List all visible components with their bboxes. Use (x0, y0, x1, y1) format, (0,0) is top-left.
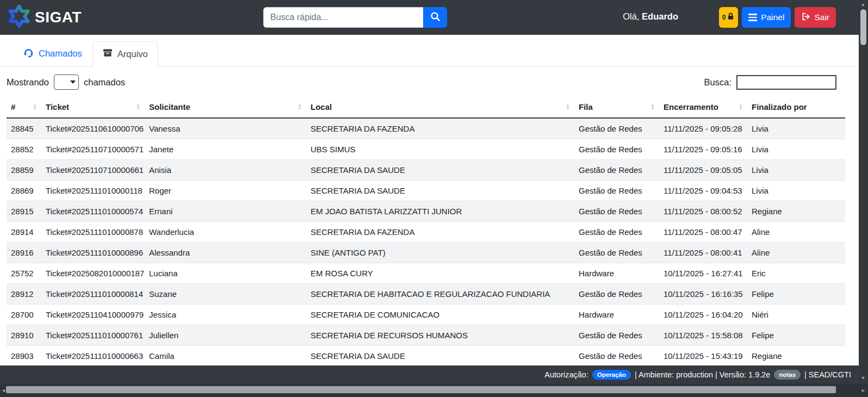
table-row[interactable]: 28700 Ticket#2025110410000979 Jessica SE… (7, 305, 845, 325)
column-header-fila[interactable]: Fila▲▼ (574, 96, 659, 118)
table-row[interactable]: 28914 Ticket#2025111010000878 Wanderluci… (7, 222, 845, 243)
vertical-scrollbar[interactable]: ▲ ▼ (859, 0, 868, 384)
page-size-control: Mostrando chamados (7, 75, 125, 90)
brand[interactable]: SIGAT (8, 5, 82, 30)
cell-fila: Hardware (574, 305, 659, 325)
cell-encerramento: 11/11/2025 - 08:00:52 (659, 201, 747, 222)
table-body: 28845 Ticket#2025110610000706 Vanessa SE… (7, 118, 845, 365)
tab-arquivo[interactable]: Arquivo (92, 41, 158, 67)
cell-ticket: Ticket#2025111010000118 (41, 181, 145, 201)
cell-encerramento: 10/11/2025 - 15:58:08 (659, 325, 747, 346)
cell-fila: Gestão de Redes (574, 118, 659, 139)
cell-ticket: Ticket#2025110410000979 (41, 305, 145, 325)
cell-fila: Gestão de Redes (574, 139, 659, 160)
table-row[interactable]: 28859 Ticket#2025110710000661 Anisia SEC… (7, 160, 845, 181)
cell-id: 28859 (7, 160, 41, 181)
vertical-scrollbar-thumb[interactable] (860, 9, 866, 45)
cell-fila: Gestão de Redes (574, 222, 659, 243)
cell-solicitante: Ernani (145, 201, 306, 222)
table-row[interactable]: 28915 Ticket#2025111010000574 Ernani EM … (7, 201, 845, 222)
cell-local: EM ROSA CURY (306, 263, 574, 284)
scroll-left-icon[interactable]: ◄ (1, 388, 6, 393)
sort-icon[interactable]: ▲▼ (136, 104, 140, 110)
cell-finalizado-por: Livia (747, 160, 845, 181)
table-row[interactable]: 25752 Ticket#2025082010000187 Luciana EM… (7, 263, 845, 284)
cell-solicitante: Juliellen (145, 325, 306, 346)
scroll-down-icon[interactable]: ▼ (861, 375, 866, 381)
sort-icon[interactable]: ▲▼ (650, 104, 655, 110)
scroll-up-icon[interactable]: ▲ (861, 2, 866, 7)
greeting-prefix: Olá, (623, 11, 642, 21)
table-row[interactable]: 28916 Ticket#2025111010000896 Alessandra… (7, 243, 845, 263)
table-row[interactable]: 28845 Ticket#2025110610000706 Vanessa SE… (7, 118, 845, 139)
cell-finalizado-por: Aline (747, 222, 845, 243)
cell-encerramento: 11/11/2025 - 09:05:05 (659, 160, 747, 181)
quick-search (263, 7, 447, 28)
column-header-ticket[interactable]: Ticket▲▼ (41, 96, 145, 118)
cell-finalizado-por: Livia (747, 181, 845, 201)
quick-search-input[interactable] (263, 7, 423, 28)
painel-button[interactable]: Painel (742, 7, 791, 28)
table-row[interactable]: 28852 Ticket#2025110710000571 Janete UBS… (7, 139, 845, 160)
cell-solicitante: Wanderlucia (145, 222, 306, 243)
notas-badge[interactable]: notas (774, 370, 801, 380)
table-row[interactable]: 28910 Ticket#2025111010000761 Juliellen … (7, 325, 845, 346)
cell-fila: Gestão de Redes (574, 346, 659, 366)
table-row[interactable]: 28912 Ticket#2025111010000814 Suzane SEC… (7, 284, 845, 305)
cell-local: SECRETARIA DA SAUDE (306, 181, 574, 201)
column-header-finalizado-por[interactable]: Finalizado por (747, 96, 845, 118)
cell-local: SECRETARIA DA SAUDE (306, 160, 574, 181)
scroll-right-icon[interactable]: ► (861, 388, 866, 393)
sort-icon[interactable]: ▲▼ (297, 104, 302, 110)
cell-local: UBS SIMUS (306, 139, 574, 160)
scrollbar-corner: ► (859, 384, 868, 397)
cell-solicitante: Roger (145, 181, 306, 201)
sort-icon[interactable]: ▲▼ (739, 104, 743, 110)
column-header-solicitante[interactable]: Solicitante▲▼ (145, 96, 306, 118)
chevron-down-icon (70, 80, 76, 84)
cell-fila: Gestão de Redes (574, 160, 659, 181)
cell-local: SINE (ANTIGO PAT) (306, 243, 574, 263)
cell-encerramento: 11/11/2025 - 08:00:47 (659, 222, 747, 243)
column-header-encerramento[interactable]: Encerramento▲▼ (659, 96, 747, 118)
cell-finalizado-por: Regiane (747, 201, 845, 222)
cell-fila: Gestão de Redes (574, 201, 659, 222)
sort-icon[interactable]: ▲▼ (33, 104, 37, 110)
column-header-local[interactable]: Local▲▼ (306, 96, 574, 118)
page-size-select[interactable] (54, 75, 79, 90)
cell-ticket: Ticket#2025111010000574 (41, 201, 145, 222)
cell-id: 28903 (7, 346, 41, 366)
cell-ticket: Ticket#2025082010000187 (41, 263, 145, 284)
sort-icon[interactable]: ▲▼ (566, 104, 570, 110)
cell-encerramento: 11/11/2025 - 09:05:16 (659, 139, 747, 160)
cell-local: SECRETARIA DE HABITACAO E REGULARIZACAO … (306, 284, 574, 305)
table-search-input[interactable] (736, 75, 836, 90)
cell-finalizado-por: Felipe (747, 284, 845, 305)
lock-counter-button[interactable]: 0 (719, 7, 739, 28)
table-header-row: #▲▼ Ticket▲▼ Solicitante▲▼ Local▲▼ Fila▲… (7, 96, 845, 118)
top-navbar: SIGAT Olá, Eduardo 0 Paine (0, 0, 868, 35)
greeting-username: Eduardo (642, 11, 678, 21)
cell-fila: Gestão de Redes (574, 181, 659, 201)
cell-local: SECRETARIA DA FAZENDA (306, 222, 574, 243)
cell-finalizado-por: Niéri (747, 305, 845, 325)
cell-id: 28914 (7, 222, 41, 243)
busca-label: Busca: (704, 77, 731, 88)
cell-fila: Hardware (574, 263, 659, 284)
cell-solicitante: Camila (145, 346, 306, 366)
table-row[interactable]: 28869 Ticket#2025111010000118 Roger SECR… (7, 181, 845, 201)
tab-chamados[interactable]: Chamados (13, 41, 92, 67)
horizontal-scrollbar[interactable]: ◄ (0, 384, 859, 397)
column-header-id[interactable]: #▲▼ (7, 96, 41, 118)
sair-label: Sair (814, 13, 829, 22)
cell-local: SECRETARIA DA FAZENDA (306, 118, 574, 139)
quick-search-button[interactable] (423, 7, 447, 28)
cell-id: 28916 (7, 243, 41, 263)
cell-id: 28700 (7, 305, 41, 325)
table-search-control: Busca: (704, 75, 836, 90)
table-row[interactable]: 28903 Ticket#2025111010000663 Camila SEC… (7, 346, 845, 366)
user-greeting: Olá, Eduardo (623, 11, 678, 22)
sair-button[interactable]: Sair (795, 7, 836, 28)
horizontal-scrollbar-thumb[interactable] (6, 386, 836, 393)
cell-id: 25752 (7, 263, 41, 284)
